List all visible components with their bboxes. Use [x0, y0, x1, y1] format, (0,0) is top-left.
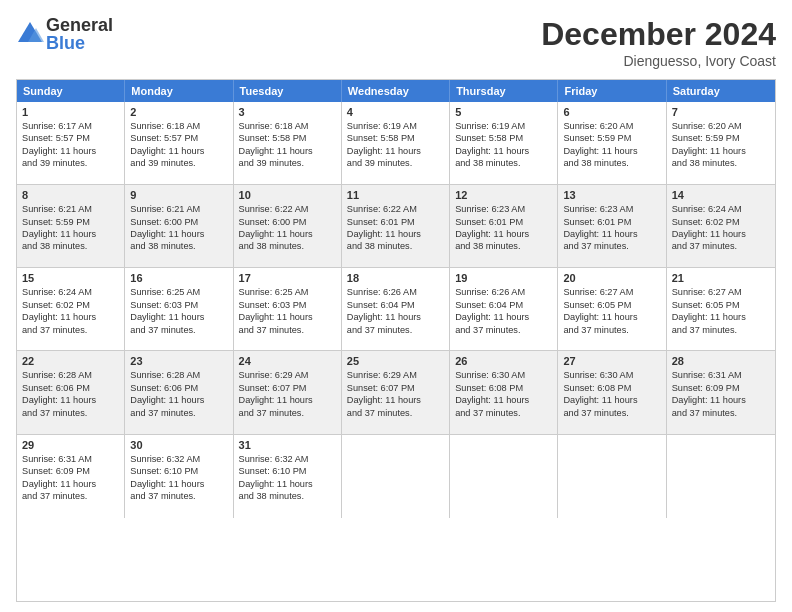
day-number: 31	[239, 439, 336, 451]
day-number: 8	[22, 189, 119, 201]
calendar-cell: 23Sunrise: 6:28 AMSunset: 6:06 PMDayligh…	[125, 351, 233, 433]
calendar-week-5: 29Sunrise: 6:31 AMSunset: 6:09 PMDayligh…	[17, 435, 775, 518]
calendar-cell	[667, 435, 775, 518]
header-thursday: Thursday	[450, 80, 558, 102]
calendar-cell: 27Sunrise: 6:30 AMSunset: 6:08 PMDayligh…	[558, 351, 666, 433]
day-number: 16	[130, 272, 227, 284]
calendar-cell	[450, 435, 558, 518]
day-number: 20	[563, 272, 660, 284]
cell-content: Sunrise: 6:19 AMSunset: 5:58 PMDaylight:…	[347, 120, 444, 170]
day-number: 1	[22, 106, 119, 118]
cell-content: Sunrise: 6:26 AMSunset: 6:04 PMDaylight:…	[455, 286, 552, 336]
calendar-cell: 15Sunrise: 6:24 AMSunset: 6:02 PMDayligh…	[17, 268, 125, 350]
calendar-cell: 20Sunrise: 6:27 AMSunset: 6:05 PMDayligh…	[558, 268, 666, 350]
header-wednesday: Wednesday	[342, 80, 450, 102]
cell-content: Sunrise: 6:29 AMSunset: 6:07 PMDaylight:…	[347, 369, 444, 419]
cell-content: Sunrise: 6:18 AMSunset: 5:58 PMDaylight:…	[239, 120, 336, 170]
calendar-cell: 13Sunrise: 6:23 AMSunset: 6:01 PMDayligh…	[558, 185, 666, 267]
title-location: Dienguesso, Ivory Coast	[541, 53, 776, 69]
cell-content: Sunrise: 6:29 AMSunset: 6:07 PMDaylight:…	[239, 369, 336, 419]
cell-content: Sunrise: 6:30 AMSunset: 6:08 PMDaylight:…	[455, 369, 552, 419]
calendar-cell: 30Sunrise: 6:32 AMSunset: 6:10 PMDayligh…	[125, 435, 233, 518]
day-number: 30	[130, 439, 227, 451]
calendar-week-1: 1Sunrise: 6:17 AMSunset: 5:57 PMDaylight…	[17, 102, 775, 185]
day-number: 5	[455, 106, 552, 118]
calendar-cell: 9Sunrise: 6:21 AMSunset: 6:00 PMDaylight…	[125, 185, 233, 267]
title-section: December 2024 Dienguesso, Ivory Coast	[541, 16, 776, 69]
calendar-cell: 29Sunrise: 6:31 AMSunset: 6:09 PMDayligh…	[17, 435, 125, 518]
header-sunday: Sunday	[17, 80, 125, 102]
calendar-week-3: 15Sunrise: 6:24 AMSunset: 6:02 PMDayligh…	[17, 268, 775, 351]
page: General Blue December 2024 Dienguesso, I…	[0, 0, 792, 612]
cell-content: Sunrise: 6:25 AMSunset: 6:03 PMDaylight:…	[130, 286, 227, 336]
calendar-cell: 16Sunrise: 6:25 AMSunset: 6:03 PMDayligh…	[125, 268, 233, 350]
calendar-cell: 3Sunrise: 6:18 AMSunset: 5:58 PMDaylight…	[234, 102, 342, 184]
cell-content: Sunrise: 6:19 AMSunset: 5:58 PMDaylight:…	[455, 120, 552, 170]
day-number: 2	[130, 106, 227, 118]
day-number: 23	[130, 355, 227, 367]
cell-content: Sunrise: 6:25 AMSunset: 6:03 PMDaylight:…	[239, 286, 336, 336]
day-number: 22	[22, 355, 119, 367]
cell-content: Sunrise: 6:27 AMSunset: 6:05 PMDaylight:…	[563, 286, 660, 336]
logo-blue-text: Blue	[46, 34, 113, 52]
calendar-cell: 31Sunrise: 6:32 AMSunset: 6:10 PMDayligh…	[234, 435, 342, 518]
calendar: Sunday Monday Tuesday Wednesday Thursday…	[16, 79, 776, 602]
header-saturday: Saturday	[667, 80, 775, 102]
cell-content: Sunrise: 6:30 AMSunset: 6:08 PMDaylight:…	[563, 369, 660, 419]
cell-content: Sunrise: 6:28 AMSunset: 6:06 PMDaylight:…	[22, 369, 119, 419]
day-number: 6	[563, 106, 660, 118]
header-friday: Friday	[558, 80, 666, 102]
day-number: 10	[239, 189, 336, 201]
day-number: 13	[563, 189, 660, 201]
calendar-cell: 19Sunrise: 6:26 AMSunset: 6:04 PMDayligh…	[450, 268, 558, 350]
calendar-cell: 10Sunrise: 6:22 AMSunset: 6:00 PMDayligh…	[234, 185, 342, 267]
day-number: 24	[239, 355, 336, 367]
logo-text: General Blue	[46, 16, 113, 52]
calendar-week-4: 22Sunrise: 6:28 AMSunset: 6:06 PMDayligh…	[17, 351, 775, 434]
day-number: 29	[22, 439, 119, 451]
cell-content: Sunrise: 6:23 AMSunset: 6:01 PMDaylight:…	[563, 203, 660, 253]
calendar-cell: 25Sunrise: 6:29 AMSunset: 6:07 PMDayligh…	[342, 351, 450, 433]
day-number: 19	[455, 272, 552, 284]
day-number: 25	[347, 355, 444, 367]
day-number: 27	[563, 355, 660, 367]
calendar-cell: 4Sunrise: 6:19 AMSunset: 5:58 PMDaylight…	[342, 102, 450, 184]
calendar-cell: 24Sunrise: 6:29 AMSunset: 6:07 PMDayligh…	[234, 351, 342, 433]
header-tuesday: Tuesday	[234, 80, 342, 102]
header: General Blue December 2024 Dienguesso, I…	[16, 16, 776, 69]
cell-content: Sunrise: 6:32 AMSunset: 6:10 PMDaylight:…	[239, 453, 336, 503]
calendar-cell: 18Sunrise: 6:26 AMSunset: 6:04 PMDayligh…	[342, 268, 450, 350]
day-number: 26	[455, 355, 552, 367]
day-number: 17	[239, 272, 336, 284]
calendar-cell: 7Sunrise: 6:20 AMSunset: 5:59 PMDaylight…	[667, 102, 775, 184]
day-number: 7	[672, 106, 770, 118]
title-month: December 2024	[541, 16, 776, 53]
day-number: 11	[347, 189, 444, 201]
header-monday: Monday	[125, 80, 233, 102]
calendar-cell: 6Sunrise: 6:20 AMSunset: 5:59 PMDaylight…	[558, 102, 666, 184]
calendar-body: 1Sunrise: 6:17 AMSunset: 5:57 PMDaylight…	[17, 102, 775, 601]
calendar-cell	[558, 435, 666, 518]
calendar-cell: 28Sunrise: 6:31 AMSunset: 6:09 PMDayligh…	[667, 351, 775, 433]
cell-content: Sunrise: 6:23 AMSunset: 6:01 PMDaylight:…	[455, 203, 552, 253]
cell-content: Sunrise: 6:26 AMSunset: 6:04 PMDaylight:…	[347, 286, 444, 336]
calendar-cell: 17Sunrise: 6:25 AMSunset: 6:03 PMDayligh…	[234, 268, 342, 350]
logo-general-text: General	[46, 16, 113, 34]
cell-content: Sunrise: 6:31 AMSunset: 6:09 PMDaylight:…	[672, 369, 770, 419]
day-number: 18	[347, 272, 444, 284]
cell-content: Sunrise: 6:21 AMSunset: 6:00 PMDaylight:…	[130, 203, 227, 253]
day-number: 14	[672, 189, 770, 201]
calendar-cell: 26Sunrise: 6:30 AMSunset: 6:08 PMDayligh…	[450, 351, 558, 433]
logo: General Blue	[16, 16, 113, 52]
cell-content: Sunrise: 6:27 AMSunset: 6:05 PMDaylight:…	[672, 286, 770, 336]
day-number: 3	[239, 106, 336, 118]
day-number: 28	[672, 355, 770, 367]
calendar-week-2: 8Sunrise: 6:21 AMSunset: 5:59 PMDaylight…	[17, 185, 775, 268]
cell-content: Sunrise: 6:31 AMSunset: 6:09 PMDaylight:…	[22, 453, 119, 503]
day-number: 21	[672, 272, 770, 284]
logo-icon	[16, 20, 44, 48]
calendar-cell: 12Sunrise: 6:23 AMSunset: 6:01 PMDayligh…	[450, 185, 558, 267]
day-number: 9	[130, 189, 227, 201]
calendar-cell: 11Sunrise: 6:22 AMSunset: 6:01 PMDayligh…	[342, 185, 450, 267]
day-number: 12	[455, 189, 552, 201]
